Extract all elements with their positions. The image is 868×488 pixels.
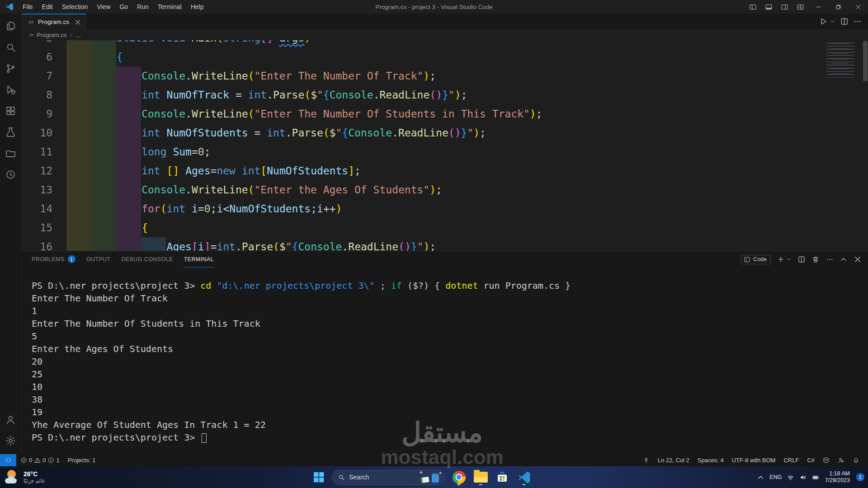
- menu-go[interactable]: Go: [115, 0, 132, 14]
- search-icon: [338, 474, 345, 481]
- battery-icon[interactable]: [812, 474, 820, 481]
- volume-icon[interactable]: [799, 474, 807, 481]
- close-window-button[interactable]: [848, 0, 868, 14]
- info-icon: [47, 457, 54, 464]
- cursor-position[interactable]: Ln 22, Col 2: [658, 454, 689, 466]
- weather-condition: غائم جزئيًا: [24, 478, 45, 484]
- terminal-line: 19: [32, 406, 868, 418]
- breadcrumb-symbol[interactable]: ...: [76, 32, 81, 38]
- minimap[interactable]: [825, 42, 860, 78]
- menu-view[interactable]: View: [92, 0, 115, 14]
- run-dropdown-icon[interactable]: [830, 19, 835, 24]
- code-line-5: 5 static void Main(string[] args): [22, 40, 868, 47]
- wifi-icon[interactable]: [787, 474, 794, 481]
- tray-overflow-chevron-icon[interactable]: [757, 474, 764, 481]
- split-terminal-button[interactable]: [797, 255, 806, 263]
- chrome-icon[interactable]: [451, 469, 467, 486]
- projects-status[interactable]: Projects: 1: [68, 454, 95, 466]
- remote-indicator[interactable]: [0, 454, 16, 466]
- csharp-extension-icon[interactable]: C#: [823, 457, 830, 464]
- file-explorer-icon[interactable]: [473, 469, 488, 486]
- launch-profile-button[interactable]: Code: [741, 255, 771, 264]
- encoding-status[interactable]: UTF-8 with BOM: [732, 454, 776, 466]
- menu-edit[interactable]: Edit: [38, 0, 57, 14]
- date: 7/29/2023: [825, 477, 850, 484]
- restore-button[interactable]: [828, 0, 848, 14]
- weather-widget[interactable]: 26°C غائم جزئيًا: [5, 469, 45, 485]
- code-line-12: 12 int [] Ages=new int[NumOfStudents];: [22, 161, 868, 180]
- panel-header: PROBLEMS 1 OUTPUT DEBUG CONSOLE TERMINAL…: [22, 251, 868, 267]
- line-number: 11: [22, 142, 52, 161]
- tab-output[interactable]: OUTPUT: [86, 251, 111, 267]
- toggle-primary-sidebar-icon[interactable]: [749, 3, 757, 11]
- line-number: 10: [22, 123, 52, 142]
- maximize-panel-button[interactable]: [840, 255, 848, 263]
- editor-scrollbar[interactable]: [863, 40, 868, 251]
- editor-more-actions-icon[interactable]: [853, 17, 862, 26]
- activity-accounts-icon[interactable]: [0, 409, 22, 430]
- taskbar-search[interactable]: Search: [332, 470, 445, 485]
- activity-source-control-icon[interactable]: [0, 58, 22, 79]
- activity-folder-view-icon[interactable]: [0, 143, 22, 164]
- terminal-profile-dropdown-icon[interactable]: [786, 257, 792, 262]
- tab-close-icon[interactable]: [74, 19, 81, 26]
- line-number: 5: [22, 40, 52, 47]
- vscode-logo-icon: [5, 3, 14, 11]
- code-line-8: 8 int NumOfTrack = int.Parse($"{Console.…: [22, 85, 868, 104]
- terminal[interactable]: PS D:\.ner projects\project 3> cd "d:\.n…: [22, 267, 868, 444]
- search-daily-art: [420, 470, 442, 484]
- minimize-button[interactable]: [808, 0, 828, 14]
- language-mode[interactable]: C#: [807, 454, 815, 466]
- terminal-line: 10: [32, 380, 868, 393]
- kill-terminal-button[interactable]: [811, 255, 820, 263]
- breadcrumb-file[interactable]: Program.cs: [37, 32, 66, 38]
- menu-run[interactable]: Run: [132, 0, 153, 14]
- notifications-bell-icon[interactable]: [853, 457, 859, 464]
- activity-run-and-debug-icon[interactable]: [0, 79, 22, 100]
- tab-debug-console[interactable]: DEBUG CONSOLE: [121, 251, 173, 267]
- eol-status[interactable]: CRLF: [783, 454, 799, 466]
- tab-terminal[interactable]: TERMINAL: [184, 251, 214, 267]
- problems-summary[interactable]: 0 0 1: [20, 454, 60, 466]
- indentation-status[interactable]: Spaces: 4: [698, 454, 724, 466]
- close-panel-button[interactable]: [854, 255, 862, 263]
- menu-terminal[interactable]: Terminal: [153, 0, 186, 14]
- start-button[interactable]: [312, 470, 326, 484]
- activity-extensions-icon[interactable]: [0, 100, 22, 122]
- code-line-16: 16 Ages[i]=int.Parse($"{Console.ReadLine…: [22, 237, 868, 251]
- warning-count: 0: [42, 457, 46, 464]
- tab-program-cs[interactable]: C# Program.cs: [22, 14, 86, 29]
- activity-search-icon[interactable]: [0, 37, 22, 58]
- customize-layout-icon[interactable]: [797, 3, 804, 11]
- activity-bar: [0, 14, 22, 454]
- scrollbar-thumb[interactable]: [863, 41, 868, 81]
- terminal-line: 38: [32, 393, 868, 406]
- terminal-line: PS D:\.ner projects\project 3> cd "d:\.n…: [32, 279, 868, 292]
- code-editor[interactable]: 5 static void Main(string[] args)6 {7 Co…: [22, 40, 868, 251]
- menu-selection[interactable]: Selection: [57, 0, 93, 14]
- code-line-9: 9 Console.WriteLine("Enter The Number Of…: [22, 104, 868, 123]
- new-terminal-button[interactable]: [777, 255, 785, 263]
- vscode-taskbar-icon[interactable]: [516, 469, 532, 486]
- input-language[interactable]: ENG: [769, 474, 782, 480]
- menu-file[interactable]: File: [18, 0, 38, 14]
- line-number: 16: [22, 237, 52, 251]
- tab-problems[interactable]: PROBLEMS 1: [32, 251, 75, 267]
- clock[interactable]: 1:18 AM 7/29/2023: [825, 470, 850, 484]
- run-button[interactable]: [819, 17, 828, 26]
- feedback-icon[interactable]: [838, 457, 844, 464]
- split-editor-button[interactable]: [840, 17, 849, 26]
- activity-testing-icon[interactable]: [0, 122, 22, 143]
- toggle-panel-icon[interactable]: [765, 3, 773, 11]
- activity-settings-icon[interactable]: [0, 430, 22, 451]
- microsoft-store-icon[interactable]: [495, 469, 510, 486]
- menu-help[interactable]: Help: [186, 0, 208, 14]
- panel-more-actions-icon[interactable]: [826, 255, 834, 263]
- activity-explorer-icon[interactable]: [0, 15, 22, 37]
- toggle-secondary-sidebar-icon[interactable]: [781, 3, 788, 11]
- notification-count-badge[interactable]: 1: [856, 473, 864, 481]
- terminal-line: 5: [32, 330, 868, 343]
- code-lines: 5 static void Main(string[] args)6 {7 Co…: [22, 40, 868, 251]
- ports-icon[interactable]: [643, 457, 650, 464]
- activity-remote-explorer-icon[interactable]: [0, 164, 22, 185]
